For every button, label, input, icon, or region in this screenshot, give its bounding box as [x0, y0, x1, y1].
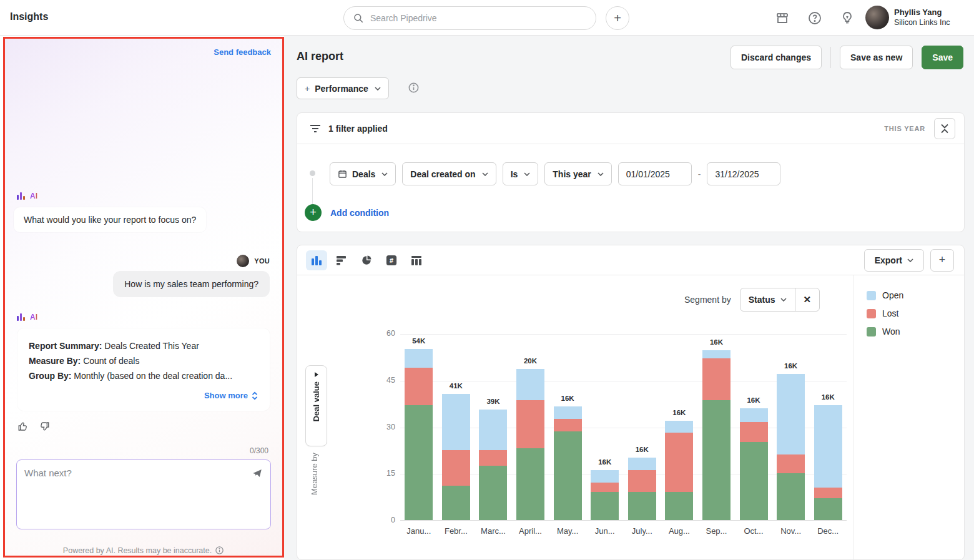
- bar-segment-lost[interactable]: [405, 368, 433, 405]
- thumbs-down-icon[interactable]: [39, 421, 50, 432]
- operator-select[interactable]: Is: [503, 162, 539, 185]
- thumbs-up-icon[interactable]: [17, 421, 29, 432]
- user-avatar[interactable]: [865, 6, 889, 29]
- collapse-filter-button[interactable]: [934, 118, 955, 139]
- stacked-bar-2[interactable]: [442, 394, 470, 520]
- bar-segment-open[interactable]: [405, 349, 433, 368]
- send-feedback-link[interactable]: Send feedback: [214, 47, 271, 57]
- legend-item-won[interactable]: Won: [867, 327, 903, 336]
- global-search[interactable]: [343, 6, 596, 30]
- value-select[interactable]: This year: [544, 162, 611, 185]
- table-view-icon[interactable]: [406, 250, 427, 270]
- bar-segment-lost[interactable]: [665, 433, 693, 492]
- show-more-button[interactable]: Show more: [29, 388, 258, 403]
- export-button[interactable]: Export: [864, 249, 924, 272]
- bar-segment-open[interactable]: [740, 408, 768, 422]
- legend-label: Won: [882, 327, 900, 336]
- bar-segment-lost[interactable]: [740, 422, 768, 442]
- stacked-bar-5[interactable]: [554, 406, 582, 520]
- help-icon[interactable]: [807, 10, 823, 26]
- bar-segment-open[interactable]: [628, 458, 656, 470]
- bar-chart-icon[interactable]: [331, 250, 352, 270]
- bar-segment-won[interactable]: [554, 431, 582, 520]
- discard-changes-button[interactable]: Discard changes: [730, 46, 822, 69]
- bar-segment-open[interactable]: [814, 405, 842, 488]
- user-identity[interactable]: Phyllis Yang Silicon Links Inc: [894, 7, 950, 28]
- chat-input[interactable]: [24, 468, 245, 521]
- stacked-bar-4[interactable]: [516, 369, 544, 520]
- stacked-bar-6[interactable]: [591, 470, 619, 520]
- pie-chart-icon[interactable]: [356, 250, 377, 270]
- bar-segment-lost[interactable]: [814, 488, 842, 498]
- button-divider: [830, 47, 831, 68]
- expand-collapse-icon: [251, 391, 258, 400]
- field-select[interactable]: Deal created on: [402, 162, 496, 185]
- stacked-bar-8[interactable]: [665, 421, 693, 520]
- legend-item-open[interactable]: Open: [867, 290, 903, 300]
- bar-segment-won[interactable]: [628, 492, 656, 520]
- filter-header: 1 filter applied THIS YEAR: [297, 113, 964, 144]
- date-to-field[interactable]: [707, 162, 780, 185]
- tab-info-icon[interactable]: [408, 82, 420, 94]
- bar-segment-lost[interactable]: [479, 450, 507, 466]
- bar-segment-lost[interactable]: [516, 400, 544, 448]
- marketplace-icon[interactable]: [774, 10, 790, 26]
- bar-segment-open[interactable]: [591, 470, 619, 483]
- date-from-input[interactable]: [626, 169, 684, 179]
- bar-segment-won[interactable]: [740, 442, 768, 520]
- tab-performance[interactable]: + Performance: [297, 77, 389, 99]
- bar-segment-lost[interactable]: [554, 419, 582, 431]
- column-chart-icon[interactable]: [306, 250, 327, 270]
- bar-segment-open[interactable]: [516, 369, 544, 400]
- x-axis-tick: Janu...: [400, 526, 438, 536]
- bar-segment-won[interactable]: [479, 466, 507, 520]
- bar-segment-open[interactable]: [702, 350, 730, 358]
- info-icon[interactable]: [215, 546, 224, 555]
- bar-segment-open[interactable]: [479, 410, 507, 450]
- stacked-bar-3[interactable]: [479, 410, 507, 520]
- remove-segment-button[interactable]: ✕: [795, 288, 820, 311]
- bar-segment-won[interactable]: [442, 486, 470, 520]
- bar-segment-won[interactable]: [814, 498, 842, 520]
- number-chart-icon[interactable]: #: [381, 250, 402, 270]
- chart-toolbar: # Export +: [297, 245, 964, 275]
- bar-segment-open[interactable]: [554, 406, 582, 419]
- bar-segment-open[interactable]: [777, 374, 805, 455]
- bar-segment-lost[interactable]: [591, 483, 619, 492]
- legend-item-lost[interactable]: Lost: [867, 308, 903, 318]
- bar-segment-won[interactable]: [405, 405, 433, 520]
- bar-segment-won[interactable]: [702, 400, 730, 520]
- bar-segment-won[interactable]: [777, 473, 805, 520]
- stacked-bar-1[interactable]: [405, 349, 433, 520]
- bar-segment-won[interactable]: [516, 448, 544, 520]
- quick-add-button[interactable]: +: [606, 6, 629, 30]
- x-axis-tick: Oct...: [735, 526, 772, 536]
- stacked-bar-9[interactable]: [702, 350, 730, 520]
- date-from-field[interactable]: [618, 162, 692, 185]
- stacked-bar-10[interactable]: [740, 408, 768, 520]
- add-widget-button[interactable]: +: [930, 249, 954, 272]
- whats-new-icon[interactable]: [839, 10, 855, 26]
- stacked-bar-12[interactable]: [814, 405, 842, 520]
- search-input[interactable]: [370, 13, 587, 23]
- measure-value-button[interactable]: Deal value: [305, 365, 327, 446]
- bar-segment-lost[interactable]: [628, 470, 656, 492]
- bar-segment-open[interactable]: [665, 421, 693, 433]
- add-condition-button[interactable]: + Add condition: [305, 204, 389, 221]
- bar-segment-won[interactable]: [591, 492, 619, 520]
- save-as-new-button[interactable]: Save as new: [840, 46, 913, 69]
- bar-segment-lost[interactable]: [442, 450, 470, 486]
- stacked-bar-7[interactable]: [628, 458, 656, 520]
- chat-input-box: [16, 459, 271, 529]
- stacked-bar-11[interactable]: [777, 374, 805, 520]
- entity-select[interactable]: Deals: [330, 162, 396, 185]
- save-button[interactable]: Save: [922, 46, 963, 69]
- date-to-input[interactable]: [715, 169, 772, 179]
- segment-by-select[interactable]: Status: [740, 288, 795, 311]
- bar-segment-won[interactable]: [665, 492, 693, 520]
- bar-segment-lost[interactable]: [702, 358, 730, 400]
- bar-segment-lost[interactable]: [777, 454, 805, 473]
- send-icon[interactable]: [252, 468, 263, 479]
- bar-value-label: 54K: [403, 337, 435, 345]
- bar-segment-open[interactable]: [442, 394, 470, 450]
